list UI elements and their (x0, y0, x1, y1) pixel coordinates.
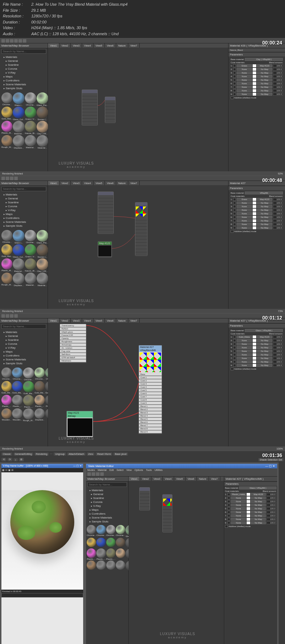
coat-material-button[interactable]: None (237, 71, 252, 74)
blend-map-button[interactable]: No Map (257, 353, 272, 356)
coat-material-button[interactable]: None (237, 353, 252, 356)
material-slot[interactable] (96, 525, 106, 534)
coat-color-swatch[interactable] (253, 350, 256, 353)
coat-enable-checkbox[interactable] (233, 357, 236, 360)
toolbar-icon[interactable] (14, 177, 18, 180)
tree-maps[interactable]: Maps (1, 212, 46, 216)
parameters-header[interactable]: Parameters (228, 324, 285, 328)
coat-material-button[interactable]: Grass (237, 198, 252, 201)
material-slot[interactable] (13, 121, 25, 133)
blend-amount-spinner[interactable]: 100.0 (273, 86, 283, 88)
blend-amount-spinner[interactable]: 100.0 (273, 336, 283, 338)
coat-material-button[interactable]: None (231, 518, 246, 521)
vfb-tool-icon[interactable]: ⊞ (11, 469, 14, 472)
blend-amount-spinner[interactable]: 100.0 (273, 339, 283, 342)
coat-color-swatch[interactable] (247, 511, 250, 514)
tree-scene-materials[interactable]: Scene Materials (87, 516, 127, 520)
material-slot[interactable] (25, 273, 36, 284)
tree-maps[interactable]: Maps (1, 75, 46, 79)
node-vraymtl[interactable] (98, 192, 114, 234)
node-property-row[interactable]: Reflect (60, 327, 86, 331)
tree-vray[interactable]: V-Ray (1, 71, 46, 75)
tree-sample-slots[interactable]: Sample Slots (1, 361, 46, 365)
coat-enable-checkbox[interactable] (227, 521, 230, 524)
blend-map-button[interactable]: No Map (257, 226, 272, 229)
material-slot[interactable] (106, 538, 115, 547)
parameters-header[interactable]: Parameters (224, 482, 277, 486)
blend-amount-spinner[interactable]: 100.0 (267, 500, 276, 503)
toolbar-icon[interactable] (96, 472, 100, 476)
coat-enable-checkbox[interactable] (233, 339, 236, 342)
coat-color-swatch[interactable] (253, 71, 256, 74)
view-tab[interactable]: Nature (116, 181, 128, 185)
coat-color-swatch[interactable] (253, 82, 256, 85)
tree-materials[interactable]: Materials (1, 193, 46, 197)
material-slot[interactable] (37, 273, 48, 284)
tree-scene-materials[interactable]: Scene Materials (1, 358, 46, 361)
blend-slot-row[interactable]: Base (139, 373, 162, 376)
blend-map-button[interactable]: No Map (257, 93, 272, 96)
view-tab[interactable]: View2 (59, 181, 71, 185)
blend-map-button[interactable]: No Map (257, 343, 272, 345)
view-tab[interactable]: View6 (105, 318, 116, 323)
coat-material-button[interactable]: None (237, 68, 252, 71)
blend-map-button[interactable]: No Map (257, 75, 272, 78)
additive-checkbox[interactable] (231, 367, 233, 370)
blend-map-button[interactable]: No Map (257, 82, 272, 85)
blend-map-button[interactable]: No Map (257, 209, 272, 211)
coat-color-swatch[interactable] (253, 205, 256, 208)
vfb-titlebar[interactable]: V-Ray frame buffer - [100% of 800 x 600]… (1, 464, 83, 468)
view-tab[interactable]: View5 (174, 477, 185, 481)
coat-material-button[interactable]: None (237, 226, 252, 229)
toolbar-button[interactable] (50, 454, 53, 454)
node-map-bitmap[interactable]: Map #122 (98, 241, 112, 257)
base-material-button[interactable]: Glass ( VRayMtl ) (239, 487, 276, 489)
keyframe-slider[interactable] (1, 593, 83, 597)
coat-color-swatch[interactable] (247, 518, 250, 521)
coat-color-swatch[interactable] (253, 360, 256, 363)
coat-material-button[interactable]: None (237, 357, 252, 360)
coat-enable-checkbox[interactable] (233, 212, 236, 215)
view-tab[interactable]: View4 (82, 181, 93, 185)
coat-material-button[interactable]: None (237, 93, 252, 96)
material-slot[interactable] (96, 538, 106, 547)
blend-map-button[interactable]: No Map (257, 68, 272, 71)
blend-slot-row[interactable]: Coat 4 (139, 386, 162, 389)
toolbar-icon[interactable] (87, 472, 91, 476)
coat-color-swatch[interactable] (247, 514, 250, 517)
blend-slot-row[interactable]: Blend 4 (139, 414, 162, 418)
blend-map-button[interactable]: No Map (257, 350, 272, 353)
blend-amount-spinner[interactable]: 100.0 (267, 497, 276, 499)
coat-material-button[interactable]: None (237, 350, 252, 353)
slate-canvas[interactable]: View1View2View3View4View5View6NatureView… (129, 477, 224, 644)
coat-enable-checkbox[interactable] (233, 205, 236, 208)
blend-amount-spinner[interactable]: 100.0 (273, 364, 283, 367)
tree-sample-slots[interactable]: Sample Slots (1, 224, 46, 228)
menu-item[interactable]: Material (98, 469, 107, 471)
view-tab[interactable]: View2 (59, 43, 71, 48)
blend-slot-row[interactable]: Coat 1 (139, 376, 162, 379)
view-tab[interactable]: View2 (59, 318, 71, 323)
blend-amount-spinner[interactable]: 100.0 (273, 226, 283, 229)
coat-color-swatch[interactable] (253, 216, 256, 219)
blend-map-button[interactable]: No Map (257, 360, 272, 363)
ribbon-btn[interactable]: ⟳ (7, 458, 12, 461)
tree-materials[interactable]: Materials (1, 55, 46, 59)
blend-map-button[interactable]: Map #123 (251, 493, 266, 496)
material-slot[interactable] (12, 408, 22, 419)
blend-slot-row[interactable]: Blend 3 (139, 411, 162, 414)
node-property-row[interactable]: An. rotation (60, 347, 86, 350)
blend-amount-spinner[interactable]: 100.0 (267, 511, 276, 514)
material-slot[interactable] (12, 367, 22, 378)
coat-enable-checkbox[interactable] (227, 493, 230, 496)
blend-map-button[interactable]: No Map (257, 339, 272, 342)
blend-amount-spinner[interactable]: 100.0 (273, 212, 283, 215)
tree-corona[interactable]: Corona (87, 500, 127, 504)
material-slot[interactable] (1, 273, 12, 284)
material-slot[interactable] (34, 367, 45, 378)
blend-map-button[interactable]: No Map (257, 364, 272, 367)
coat-color-swatch[interactable] (247, 504, 250, 506)
coat-color-swatch[interactable] (247, 493, 250, 496)
ribbon-btn[interactable]: ⊞ (19, 458, 24, 461)
blend-map-button[interactable]: No Map (257, 346, 272, 349)
